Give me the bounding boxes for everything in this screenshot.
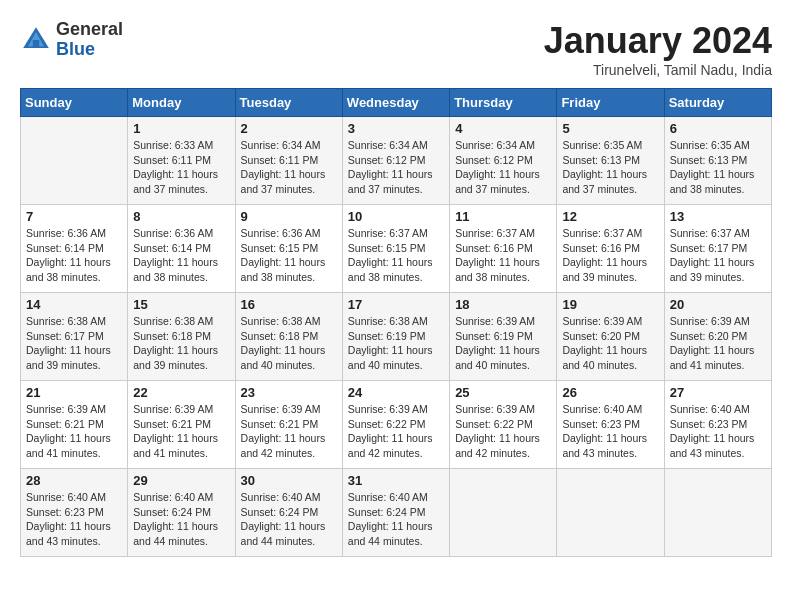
day-info: Sunrise: 6:40 AMSunset: 6:23 PMDaylight:…: [562, 402, 658, 461]
logo-icon: [20, 24, 52, 56]
day-info: Sunrise: 6:39 AMSunset: 6:22 PMDaylight:…: [455, 402, 551, 461]
day-info: Sunrise: 6:33 AMSunset: 6:11 PMDaylight:…: [133, 138, 229, 197]
day-number: 15: [133, 297, 229, 312]
calendar-week-row: 28Sunrise: 6:40 AMSunset: 6:23 PMDayligh…: [21, 469, 772, 557]
calendar-cell: 28Sunrise: 6:40 AMSunset: 6:23 PMDayligh…: [21, 469, 128, 557]
logo-general: General: [56, 20, 123, 40]
calendar-cell: 19Sunrise: 6:39 AMSunset: 6:20 PMDayligh…: [557, 293, 664, 381]
calendar-cell: 13Sunrise: 6:37 AMSunset: 6:17 PMDayligh…: [664, 205, 771, 293]
day-number: 19: [562, 297, 658, 312]
day-info: Sunrise: 6:39 AMSunset: 6:19 PMDaylight:…: [455, 314, 551, 373]
calendar-day-header: Tuesday: [235, 89, 342, 117]
day-info: Sunrise: 6:38 AMSunset: 6:19 PMDaylight:…: [348, 314, 444, 373]
day-info: Sunrise: 6:36 AMSunset: 6:14 PMDaylight:…: [133, 226, 229, 285]
day-number: 8: [133, 209, 229, 224]
day-number: 31: [348, 473, 444, 488]
day-number: 24: [348, 385, 444, 400]
calendar-cell: 12Sunrise: 6:37 AMSunset: 6:16 PMDayligh…: [557, 205, 664, 293]
day-info: Sunrise: 6:36 AMSunset: 6:14 PMDaylight:…: [26, 226, 122, 285]
calendar-cell: 24Sunrise: 6:39 AMSunset: 6:22 PMDayligh…: [342, 381, 449, 469]
calendar-cell: 2Sunrise: 6:34 AMSunset: 6:11 PMDaylight…: [235, 117, 342, 205]
day-info: Sunrise: 6:35 AMSunset: 6:13 PMDaylight:…: [670, 138, 766, 197]
day-number: 20: [670, 297, 766, 312]
calendar-cell: 14Sunrise: 6:38 AMSunset: 6:17 PMDayligh…: [21, 293, 128, 381]
calendar-day-header: Thursday: [450, 89, 557, 117]
calendar-cell: 6Sunrise: 6:35 AMSunset: 6:13 PMDaylight…: [664, 117, 771, 205]
calendar-cell: [557, 469, 664, 557]
day-info: Sunrise: 6:37 AMSunset: 6:16 PMDaylight:…: [562, 226, 658, 285]
day-number: 10: [348, 209, 444, 224]
day-number: 23: [241, 385, 337, 400]
day-number: 26: [562, 385, 658, 400]
calendar-cell: 23Sunrise: 6:39 AMSunset: 6:21 PMDayligh…: [235, 381, 342, 469]
day-info: Sunrise: 6:40 AMSunset: 6:24 PMDaylight:…: [348, 490, 444, 549]
calendar-cell: 25Sunrise: 6:39 AMSunset: 6:22 PMDayligh…: [450, 381, 557, 469]
calendar-cell: 1Sunrise: 6:33 AMSunset: 6:11 PMDaylight…: [128, 117, 235, 205]
day-info: Sunrise: 6:38 AMSunset: 6:18 PMDaylight:…: [133, 314, 229, 373]
calendar-cell: 30Sunrise: 6:40 AMSunset: 6:24 PMDayligh…: [235, 469, 342, 557]
logo-text: General Blue: [56, 20, 123, 60]
calendar-cell: 3Sunrise: 6:34 AMSunset: 6:12 PMDaylight…: [342, 117, 449, 205]
logo: General Blue: [20, 20, 123, 60]
day-number: 1: [133, 121, 229, 136]
day-info: Sunrise: 6:40 AMSunset: 6:24 PMDaylight:…: [241, 490, 337, 549]
calendar-cell: 22Sunrise: 6:39 AMSunset: 6:21 PMDayligh…: [128, 381, 235, 469]
calendar-day-header: Wednesday: [342, 89, 449, 117]
calendar-cell: 5Sunrise: 6:35 AMSunset: 6:13 PMDaylight…: [557, 117, 664, 205]
day-number: 5: [562, 121, 658, 136]
day-number: 7: [26, 209, 122, 224]
day-info: Sunrise: 6:37 AMSunset: 6:17 PMDaylight:…: [670, 226, 766, 285]
day-info: Sunrise: 6:39 AMSunset: 6:21 PMDaylight:…: [133, 402, 229, 461]
day-info: Sunrise: 6:39 AMSunset: 6:21 PMDaylight:…: [241, 402, 337, 461]
calendar-cell: [21, 117, 128, 205]
day-number: 17: [348, 297, 444, 312]
day-info: Sunrise: 6:34 AMSunset: 6:12 PMDaylight:…: [348, 138, 444, 197]
day-info: Sunrise: 6:36 AMSunset: 6:15 PMDaylight:…: [241, 226, 337, 285]
day-number: 9: [241, 209, 337, 224]
day-number: 22: [133, 385, 229, 400]
day-info: Sunrise: 6:38 AMSunset: 6:18 PMDaylight:…: [241, 314, 337, 373]
calendar-cell: 15Sunrise: 6:38 AMSunset: 6:18 PMDayligh…: [128, 293, 235, 381]
calendar-day-header: Monday: [128, 89, 235, 117]
calendar-cell: 11Sunrise: 6:37 AMSunset: 6:16 PMDayligh…: [450, 205, 557, 293]
calendar-day-header: Saturday: [664, 89, 771, 117]
calendar-cell: 10Sunrise: 6:37 AMSunset: 6:15 PMDayligh…: [342, 205, 449, 293]
title-area: January 2024 Tirunelveli, Tamil Nadu, In…: [544, 20, 772, 78]
calendar-week-row: 14Sunrise: 6:38 AMSunset: 6:17 PMDayligh…: [21, 293, 772, 381]
day-number: 12: [562, 209, 658, 224]
day-number: 28: [26, 473, 122, 488]
calendar-table: SundayMondayTuesdayWednesdayThursdayFrid…: [20, 88, 772, 557]
day-number: 30: [241, 473, 337, 488]
day-info: Sunrise: 6:35 AMSunset: 6:13 PMDaylight:…: [562, 138, 658, 197]
calendar-cell: 29Sunrise: 6:40 AMSunset: 6:24 PMDayligh…: [128, 469, 235, 557]
day-info: Sunrise: 6:37 AMSunset: 6:15 PMDaylight:…: [348, 226, 444, 285]
day-info: Sunrise: 6:34 AMSunset: 6:11 PMDaylight:…: [241, 138, 337, 197]
day-info: Sunrise: 6:40 AMSunset: 6:23 PMDaylight:…: [670, 402, 766, 461]
day-info: Sunrise: 6:39 AMSunset: 6:22 PMDaylight:…: [348, 402, 444, 461]
day-number: 29: [133, 473, 229, 488]
calendar-cell: 21Sunrise: 6:39 AMSunset: 6:21 PMDayligh…: [21, 381, 128, 469]
calendar-cell: 16Sunrise: 6:38 AMSunset: 6:18 PMDayligh…: [235, 293, 342, 381]
calendar-cell: [664, 469, 771, 557]
day-number: 2: [241, 121, 337, 136]
calendar-cell: 27Sunrise: 6:40 AMSunset: 6:23 PMDayligh…: [664, 381, 771, 469]
calendar-cell: 8Sunrise: 6:36 AMSunset: 6:14 PMDaylight…: [128, 205, 235, 293]
calendar-cell: [450, 469, 557, 557]
calendar-cell: 7Sunrise: 6:36 AMSunset: 6:14 PMDaylight…: [21, 205, 128, 293]
day-number: 11: [455, 209, 551, 224]
svg-rect-2: [33, 40, 39, 48]
day-number: 16: [241, 297, 337, 312]
day-number: 25: [455, 385, 551, 400]
day-number: 27: [670, 385, 766, 400]
calendar-cell: 9Sunrise: 6:36 AMSunset: 6:15 PMDaylight…: [235, 205, 342, 293]
calendar-cell: 31Sunrise: 6:40 AMSunset: 6:24 PMDayligh…: [342, 469, 449, 557]
day-info: Sunrise: 6:39 AMSunset: 6:20 PMDaylight:…: [562, 314, 658, 373]
day-number: 6: [670, 121, 766, 136]
page-header: General Blue January 2024 Tirunelveli, T…: [20, 20, 772, 78]
day-info: Sunrise: 6:40 AMSunset: 6:23 PMDaylight:…: [26, 490, 122, 549]
calendar-day-header: Sunday: [21, 89, 128, 117]
calendar-week-row: 1Sunrise: 6:33 AMSunset: 6:11 PMDaylight…: [21, 117, 772, 205]
day-info: Sunrise: 6:39 AMSunset: 6:21 PMDaylight:…: [26, 402, 122, 461]
day-info: Sunrise: 6:40 AMSunset: 6:24 PMDaylight:…: [133, 490, 229, 549]
month-title: January 2024: [544, 20, 772, 62]
